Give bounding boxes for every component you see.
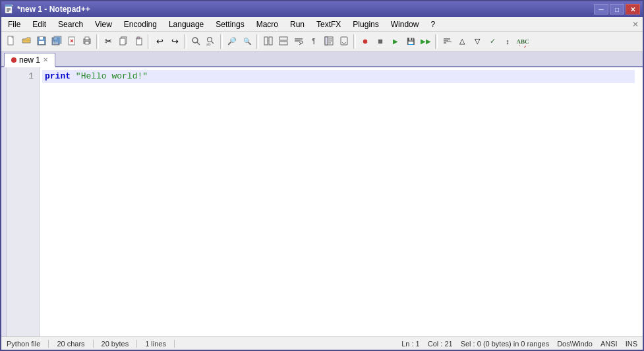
toolbar-open[interactable]	[19, 34, 34, 49]
toolbar-sync-h[interactable]	[276, 34, 291, 49]
svg-point-25	[192, 38, 198, 43]
status-ln: Ln : 1	[401, 340, 420, 348]
svg-rect-30	[264, 37, 268, 45]
menu-window[interactable]: Window	[386, 18, 424, 31]
status-chars: 20 chars	[57, 340, 93, 348]
toolbar-move-down[interactable]: ▽	[470, 34, 484, 49]
svg-marker-5	[12, 5, 13, 6]
status-file-type: Python file	[7, 340, 49, 348]
svg-rect-31	[269, 37, 272, 45]
toolbar-swap[interactable]: ↕	[500, 34, 515, 49]
menu-help[interactable]: ?	[425, 18, 440, 31]
toolbar-move-up[interactable]: △	[455, 34, 469, 49]
toolbar-zoom-out[interactable]: 🔍	[240, 34, 254, 49]
menu-close[interactable]: ✕	[632, 20, 641, 29]
status-line-ending: Dos\Windo	[557, 340, 593, 348]
status-encoding: ANSI	[600, 340, 618, 348]
toolbar-macro-play-multi[interactable]: ▶▶	[419, 34, 433, 49]
menu-encoding[interactable]: Encoding	[119, 18, 162, 31]
toolbar-sync-v[interactable]	[261, 34, 276, 49]
menu-edit[interactable]: Edit	[27, 18, 51, 31]
menu-settings[interactable]: Settings	[210, 18, 249, 31]
code-line-1: print "Hello world!"	[45, 70, 637, 83]
toolbar-bookmark[interactable]	[337, 34, 351, 49]
tab-close-button[interactable]: ✕	[43, 56, 48, 63]
svg-rect-33	[279, 37, 287, 40]
window-controls: ─ □ ✕	[594, 4, 640, 15]
toolbar-sep-2	[148, 34, 150, 49]
menu-plugins[interactable]: Plugins	[347, 18, 384, 31]
menu-bar: File Edit Search View Encoding Language …	[1, 17, 643, 32]
svg-point-27	[208, 37, 212, 42]
toolbar-sep-7	[435, 34, 438, 49]
status-right: Ln : 1 Col : 21 Sel : 0 (0 bytes) in 0 r…	[401, 340, 637, 348]
title-bar: *new 1 - Notepad++ ─ □ ✕	[1, 1, 643, 17]
svg-rect-14	[54, 36, 61, 44]
code-space	[71, 71, 76, 81]
toolbar-line-nums[interactable]	[322, 34, 336, 49]
app-window: *new 1 - Notepad++ ─ □ ✕ File Edit Searc…	[0, 0, 644, 351]
toolbar-find[interactable]	[189, 34, 203, 49]
toolbar-print[interactable]	[80, 34, 94, 49]
toolbar-macro-play[interactable]: ▶	[388, 34, 403, 49]
toolbar-macro-save[interactable]: 💾	[403, 34, 418, 49]
svg-rect-34	[279, 42, 287, 45]
code-keyword-print: print	[45, 71, 71, 81]
svg-rect-22	[120, 38, 125, 45]
toolbar-redo[interactable]: ↪	[167, 34, 182, 49]
title-icon	[4, 4, 15, 15]
svg-rect-38	[325, 37, 328, 45]
toolbar-new[interactable]	[4, 34, 18, 49]
svg-rect-19	[85, 37, 89, 40]
toolbar-cut[interactable]: ✂	[101, 34, 115, 49]
minimize-button[interactable]: ─	[594, 4, 608, 15]
toolbar-find-replace[interactable]: ab	[204, 34, 218, 49]
toolbar-sort-asc[interactable]	[440, 34, 454, 49]
menu-textfx[interactable]: TextFX	[311, 18, 346, 31]
toolbar-sep-1	[96, 34, 99, 49]
status-col: Col : 21	[428, 340, 453, 348]
toolbar-check[interactable]: ✓	[485, 34, 500, 49]
toolbar-copy[interactable]	[116, 34, 131, 49]
toolbar-undo[interactable]: ↩	[152, 34, 167, 49]
svg-rect-24	[137, 37, 140, 39]
tab-bar: new 1 ✕	[1, 51, 643, 67]
maximize-button[interactable]: □	[610, 4, 624, 15]
menu-search[interactable]: Search	[53, 18, 88, 31]
status-sel: Sel : 0 (0 bytes) in 0 ranges	[461, 340, 550, 348]
editor-content[interactable]: print "Hello world!"	[40, 67, 643, 336]
line-number-1: 1	[7, 70, 34, 83]
close-button[interactable]: ✕	[626, 4, 640, 15]
svg-line-26	[197, 42, 200, 45]
toolbar-word-wrap[interactable]	[291, 34, 306, 49]
toolbar-zoom-in[interactable]: 🔎	[225, 34, 239, 49]
toolbar-sep-4	[220, 34, 223, 49]
tab-new1[interactable]: new 1 ✕	[4, 53, 55, 67]
menu-file[interactable]: File	[3, 18, 26, 31]
toolbar-macro-stop[interactable]: ⏹	[373, 34, 388, 49]
toolbar-macro-record[interactable]: ⏺	[358, 34, 372, 49]
title-text: *new 1 - Notepad++	[17, 5, 90, 14]
toolbar-paste[interactable]	[131, 34, 146, 49]
svg-rect-20	[85, 42, 89, 44]
tab-label: new 1	[19, 55, 40, 65]
toolbar-save[interactable]	[34, 34, 49, 49]
toolbar-save-all[interactable]	[49, 34, 64, 49]
editor-container: 1 print "Hello world!"	[1, 67, 643, 336]
svg-rect-1	[5, 5, 12, 7]
toolbar-spell[interactable]: ABC	[515, 34, 530, 49]
toolbar-sep-5	[256, 34, 259, 49]
toolbar-show-all[interactable]: ¶	[307, 34, 321, 49]
svg-rect-42	[341, 37, 347, 45]
menu-macro[interactable]: Macro	[251, 18, 283, 31]
code-string-hello: "Hello world!"	[76, 71, 148, 81]
status-lines: 1 lines	[145, 340, 175, 348]
toolbar-close[interactable]	[65, 34, 79, 49]
menu-language[interactable]: Language	[163, 18, 209, 31]
line-numbers: 1	[7, 67, 40, 336]
menu-run[interactable]: Run	[285, 18, 310, 31]
status-ins: INS	[626, 340, 637, 348]
toolbar-sep-6	[353, 34, 356, 49]
toolbar: ✂ ↩ ↪ ab 🔎 🔍 ¶	[1, 32, 643, 51]
menu-view[interactable]: View	[90, 18, 117, 31]
